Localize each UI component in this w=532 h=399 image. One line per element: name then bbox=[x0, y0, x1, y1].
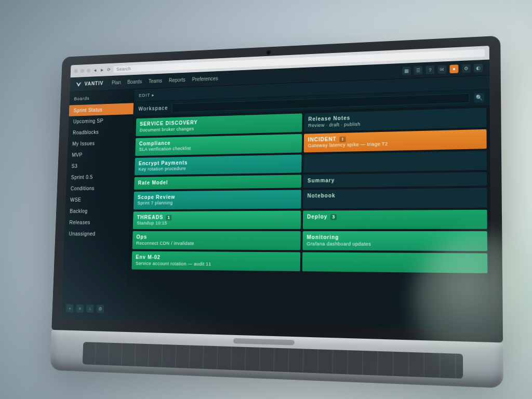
board-row: OpsReconnect CDN / invalidateMonitoringG… bbox=[132, 231, 488, 251]
card-badge: 3 bbox=[330, 214, 337, 220]
grid-icon[interactable]: ▦ bbox=[402, 66, 411, 75]
tray-settings-icon[interactable]: ⚙ bbox=[97, 305, 104, 313]
help-icon[interactable]: ? bbox=[425, 65, 434, 74]
board-card[interactable]: INCIDENT!Gateway latency spike — triage … bbox=[304, 129, 487, 152]
tray-archive-icon[interactable]: ⌂ bbox=[86, 304, 94, 313]
sidebar-item[interactable]: Releases bbox=[64, 217, 130, 228]
sidebar-item[interactable]: Backlog bbox=[65, 205, 130, 217]
board-card[interactable]: Deploy3 bbox=[303, 209, 487, 229]
bell-icon[interactable]: ☰ bbox=[414, 66, 423, 75]
main-panel: EDIT ▸ Workspace 🔍 SERVICE DISCOVERYDocu… bbox=[127, 75, 491, 330]
laptop-frame: ◄ ► ⟳ Search VANTIV Plan Boards Teams Re… bbox=[51, 36, 503, 366]
window-control[interactable] bbox=[87, 69, 90, 73]
card-title: Deploy3 bbox=[307, 213, 483, 220]
sidebar-item[interactable]: S3 bbox=[67, 159, 132, 172]
menu-item[interactable]: Boards bbox=[127, 79, 142, 85]
board-card[interactable]: MonitoringGrafana dashboard updates bbox=[302, 231, 487, 251]
board-card[interactable]: Release NotesReview · draft · publish bbox=[304, 108, 486, 131]
nav-reload-icon[interactable]: ⟳ bbox=[107, 67, 111, 72]
app-body: Boards Sprint StatusUpcoming SPRoadblock… bbox=[61, 75, 491, 330]
laptop-keyboard bbox=[83, 342, 463, 379]
board-row: Env M-02Service account rotation — audit… bbox=[131, 251, 487, 273]
card-title: Ops bbox=[136, 234, 296, 241]
menu-item[interactable]: Teams bbox=[149, 78, 163, 84]
board-card[interactable]: OpsReconnect CDN / invalidate bbox=[132, 231, 301, 250]
card-subtitle: Sprint 7 planning bbox=[137, 200, 297, 206]
window-control[interactable] bbox=[81, 69, 84, 73]
screen: ◄ ► ⟳ Search VANTIV Plan Boards Teams Re… bbox=[61, 46, 491, 330]
top-menu: Plan Boards Teams Reports Preferences bbox=[112, 76, 218, 86]
card-badge: 1 bbox=[166, 215, 172, 220]
board-card[interactable]: ComplianceSLA verification checklist bbox=[135, 134, 302, 156]
board-row: THREADS1Standup 10:15Deploy3 bbox=[133, 209, 487, 229]
brand[interactable]: VANTIV bbox=[75, 79, 103, 87]
board-row: Rate ModelSummary bbox=[134, 172, 487, 189]
window-control[interactable] bbox=[74, 69, 78, 73]
menu-item[interactable]: Preferences bbox=[192, 76, 218, 83]
board-grid: SERVICE DISCOVERYDocument broker changes… bbox=[127, 105, 491, 330]
address-text: Search bbox=[116, 66, 131, 72]
board-card[interactable]: Summary bbox=[303, 172, 487, 188]
card-title: Monitoring bbox=[307, 234, 483, 242]
laptop-bezel: ◄ ► ⟳ Search VANTIV Plan Boards Teams Re… bbox=[51, 36, 503, 343]
board-card[interactable] bbox=[302, 252, 488, 273]
sidebar-item[interactable]: Conditions bbox=[66, 182, 131, 194]
sidebar-tray: ＋ ≡ ⌂ ⚙ bbox=[61, 300, 127, 318]
card-badge: ! bbox=[340, 136, 346, 142]
context-label[interactable]: EDIT ▸ bbox=[139, 92, 155, 98]
board-card[interactable]: SERVICE DISCOVERYDocument broker changes bbox=[136, 113, 302, 136]
card-title: Rate Model bbox=[138, 178, 298, 187]
board-card[interactable]: Rate Model bbox=[134, 175, 301, 190]
nav-forward-icon[interactable]: ► bbox=[100, 68, 104, 73]
card-subtitle: Service account rotation — audit 11 bbox=[136, 261, 296, 268]
card-subtitle: Grafana dashboard updates bbox=[307, 241, 483, 248]
menu-item[interactable]: Plan bbox=[112, 79, 121, 85]
avatar[interactable]: ◐ bbox=[474, 63, 483, 72]
search-icon[interactable]: 🔍 bbox=[474, 92, 484, 102]
sidebar-item[interactable]: MVP bbox=[67, 148, 132, 161]
sidebar-item[interactable]: Sprint 0.5 bbox=[66, 171, 131, 183]
card-title: THREADS1 bbox=[137, 214, 297, 220]
tray-filter-icon[interactable]: ≡ bbox=[76, 304, 84, 313]
search-label: Workspace bbox=[138, 105, 168, 112]
settings-icon[interactable]: ⚙ bbox=[462, 64, 471, 73]
card-title: Summary bbox=[308, 176, 483, 184]
brand-logo-icon bbox=[75, 81, 82, 87]
board-card[interactable]: Encrypt PaymentsKey rotation procedure bbox=[135, 154, 302, 175]
board-card[interactable]: THREADS1Standup 10:15 bbox=[133, 210, 301, 229]
card-title: Notebook bbox=[307, 191, 482, 200]
topbar-tray: ▦ ☰ ? ✉ ● ⚙ ◐ bbox=[402, 63, 483, 75]
sidebar-item[interactable]: Unassigned bbox=[64, 228, 130, 240]
nav-back-icon[interactable]: ◄ bbox=[93, 68, 98, 73]
menu-item[interactable]: Reports bbox=[169, 77, 185, 83]
sidebar-item[interactable]: My Issues bbox=[68, 137, 132, 150]
board-card[interactable]: Notebook bbox=[303, 188, 487, 208]
laptop-camera bbox=[267, 51, 270, 54]
sidebar-item[interactable]: WSE bbox=[65, 194, 131, 206]
inbox-icon[interactable]: ✉ bbox=[437, 65, 446, 74]
tray-new-icon[interactable]: ＋ bbox=[66, 304, 74, 312]
board-card[interactable]: Scope ReviewSprint 7 planning bbox=[134, 190, 301, 209]
alert-icon[interactable]: ● bbox=[449, 64, 458, 73]
brand-text: VANTIV bbox=[84, 81, 103, 87]
card-subtitle: Reconnect CDN / invalidate bbox=[136, 241, 297, 247]
card-subtitle: Standup 10:15 bbox=[137, 220, 297, 227]
board-card[interactable]: Env M-02Service account rotation — audit… bbox=[131, 251, 300, 271]
sidebar: Boards Sprint StatusUpcoming SPRoadblock… bbox=[61, 89, 135, 321]
board-card[interactable] bbox=[303, 151, 487, 173]
board-row: Scope ReviewSprint 7 planningNotebook bbox=[134, 188, 487, 209]
